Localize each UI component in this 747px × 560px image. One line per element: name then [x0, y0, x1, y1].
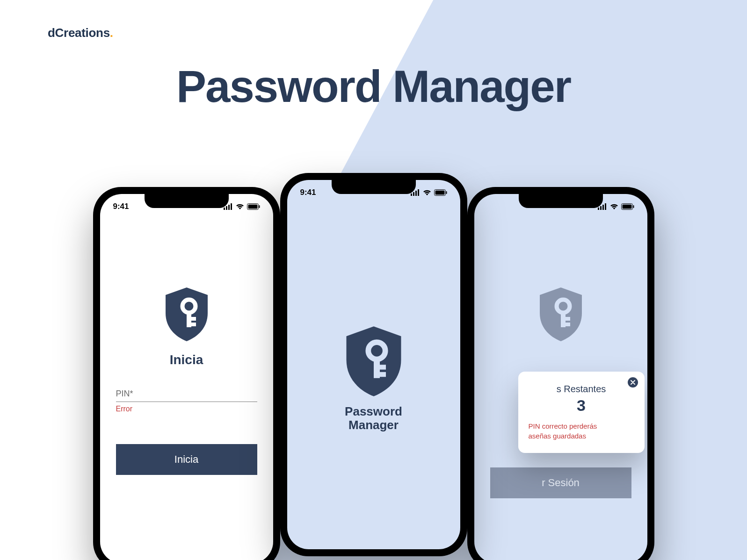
pin-error-text: Error: [116, 405, 133, 413]
svg-rect-28: [446, 191, 447, 194]
phone-notch: [332, 180, 416, 194]
svg-rect-20: [561, 317, 570, 321]
status-icons: [598, 203, 634, 210]
svg-rect-13: [602, 205, 604, 210]
svg-rect-23: [413, 192, 414, 196]
svg-rect-25: [418, 189, 419, 196]
phone-mockup-left: 9:41 Inicia: [93, 187, 280, 560]
modal-warning-line1: PIN correcto perderás: [529, 422, 597, 430]
splash-content: Password Manager: [343, 326, 404, 433]
login-button[interactable]: Inicia: [116, 444, 257, 475]
svg-rect-21: [561, 323, 570, 326]
login-form: Inicia PIN* Error Inicia: [100, 287, 273, 475]
pin-label: PIN*: [116, 389, 257, 399]
shield-key-icon: [163, 287, 210, 341]
phone-screen-center: 9:41 Password: [287, 180, 460, 549]
svg-rect-12: [600, 206, 602, 210]
attempts-modal: s Restantes 3 PIN correcto perderás aseñ…: [518, 372, 645, 453]
svg-rect-0: [224, 208, 225, 210]
svg-rect-3: [231, 203, 232, 210]
svg-rect-22: [411, 194, 412, 196]
svg-rect-14: [605, 203, 606, 210]
svg-rect-32: [374, 372, 386, 376]
close-icon[interactable]: [628, 377, 638, 388]
wifi-icon: [423, 189, 431, 196]
svg-rect-1: [226, 206, 227, 210]
wifi-icon: [236, 203, 244, 210]
status-time: 9:41: [300, 188, 316, 197]
login-button-label: Inicia: [174, 453, 198, 465]
svg-rect-27: [435, 191, 444, 195]
phone-stage: 9:41 Inicia: [0, 173, 747, 560]
phone-notch: [519, 194, 603, 208]
status-icons: [411, 189, 447, 196]
brand-name: dCreations: [48, 26, 110, 40]
status-time: 9:41: [113, 202, 129, 211]
battery-icon: [434, 189, 447, 196]
phone-mockup-center: 9:41 Password: [280, 173, 467, 556]
modal-count: 3: [529, 396, 634, 415]
brand-logo: dCreations.: [48, 26, 113, 40]
phone-mockup-right: r Sesión s Restantes 3 PIN correcto perd…: [467, 187, 654, 560]
app-name-line2: Manager: [348, 418, 399, 432]
shield-key-icon: [537, 287, 584, 341]
svg-rect-5: [248, 205, 257, 209]
battery-icon: [247, 203, 260, 210]
svg-rect-6: [259, 205, 260, 208]
modal-title: s Restantes: [529, 384, 634, 395]
modal-warning: PIN correcto perderás aseñas guardadas: [529, 421, 634, 441]
login-button-disabled[interactable]: r Sesión: [490, 467, 631, 498]
wifi-icon: [610, 203, 618, 210]
brand-dot: .: [110, 26, 113, 40]
svg-rect-11: [598, 208, 599, 210]
svg-rect-9: [187, 317, 196, 321]
shield-key-icon: [343, 326, 404, 396]
phone-notch: [145, 194, 229, 208]
svg-rect-16: [622, 205, 631, 209]
svg-rect-2: [228, 205, 230, 210]
svg-rect-31: [374, 365, 386, 369]
phone-screen-right: r Sesión s Restantes 3 PIN correcto perd…: [474, 194, 647, 560]
svg-rect-10: [187, 323, 196, 326]
login-button-label: r Sesión: [542, 477, 580, 488]
svg-rect-24: [415, 191, 417, 196]
app-name-line1: Password: [345, 404, 402, 418]
login-heading: Inicia: [170, 352, 203, 367]
modal-warning-line2: aseñas guardadas: [529, 432, 586, 440]
battery-icon: [621, 203, 634, 210]
app-name: Password Manager: [345, 405, 402, 433]
status-icons: [224, 203, 260, 210]
svg-rect-17: [633, 205, 634, 208]
phone-screen-left: 9:41 Inicia: [100, 194, 273, 560]
pin-input[interactable]: PIN*: [116, 389, 257, 402]
page-title: Password Manager: [0, 61, 747, 112]
